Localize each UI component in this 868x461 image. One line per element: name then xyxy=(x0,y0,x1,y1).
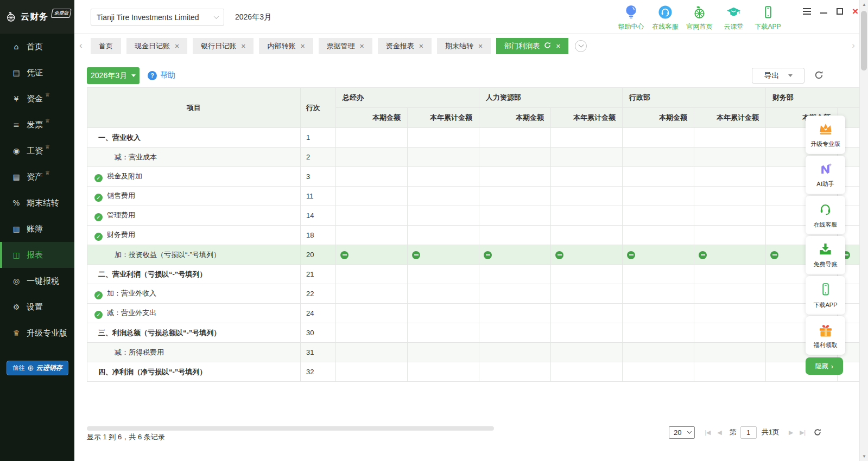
tabs-scroll-right-icon[interactable]: › xyxy=(852,40,855,51)
table-row[interactable]: ✓管理费用14 xyxy=(87,206,860,226)
amount-cell xyxy=(551,187,623,206)
table-row[interactable]: 四、净利润（净亏损以“-”号填列）32 xyxy=(87,362,860,382)
close-tab-icon[interactable]: × xyxy=(556,42,560,50)
tab-2[interactable]: 现金日记账× xyxy=(126,38,187,54)
table-row[interactable]: ✓加：营业外收入22 xyxy=(87,284,860,304)
collapse-minus-icon[interactable] xyxy=(340,251,349,259)
tab-5[interactable]: 票据管理× xyxy=(319,38,372,54)
close-tab-icon[interactable]: × xyxy=(419,42,423,50)
sidebar-item-reports[interactable]: ◫报表 xyxy=(0,242,74,268)
tab-6[interactable]: 资金报表× xyxy=(378,38,432,54)
page-size-select[interactable]: 20 xyxy=(669,426,695,439)
promo-yunjinxiaocun-button[interactable]: 前往 云进销存 xyxy=(7,361,68,375)
scroll-up-icon[interactable]: ▲ xyxy=(860,2,868,7)
close-tab-icon[interactable]: × xyxy=(175,42,179,50)
collapse-minus-icon[interactable] xyxy=(484,251,492,259)
check-circle-icon[interactable]: ✓ xyxy=(94,311,103,319)
collapse-minus-icon[interactable] xyxy=(555,251,563,259)
upgrade-crown-icon: ♛ xyxy=(11,329,21,337)
table-row[interactable]: 三、利润总额（亏损总额以“-”号填列）30 xyxy=(87,323,860,343)
tab-4[interactable]: 内部转账× xyxy=(259,38,313,54)
quick-link-4[interactable]: 云课堂 xyxy=(717,3,751,31)
tab-7[interactable]: 期末结转× xyxy=(437,38,491,54)
close-tab-icon[interactable]: × xyxy=(300,42,305,50)
refresh-report-icon[interactable] xyxy=(814,71,823,82)
scroll-down-icon[interactable]: ▼ xyxy=(860,454,868,459)
tab-overflow-button[interactable] xyxy=(575,40,587,52)
sidebar-item-ledger[interactable]: ▥账簿 xyxy=(0,216,74,242)
sidebar-item-voucher[interactable]: ▤凭证 xyxy=(0,60,74,86)
vertical-scrollbar[interactable]: ▲ ▼ xyxy=(859,0,868,461)
amount-cell xyxy=(551,362,623,382)
tab-8[interactable]: 部门利润表× xyxy=(496,38,568,54)
quick-link-1[interactable]: 帮助中心 xyxy=(614,3,648,31)
amount-cell xyxy=(623,206,694,226)
last-page-icon[interactable]: ▶| xyxy=(800,429,805,436)
period-select-button[interactable]: 2026年3月 xyxy=(87,67,140,84)
menu-icon[interactable] xyxy=(803,7,811,16)
amount-cell xyxy=(551,304,623,323)
side-panel-item-2[interactable]: AI助手 xyxy=(806,156,845,194)
tabs-scroll-left-icon[interactable]: ‹ xyxy=(79,40,83,51)
quick-link-3[interactable]: 官网首页 xyxy=(682,3,717,31)
table-row[interactable]: ✓财务费用18 xyxy=(87,226,860,245)
check-circle-icon[interactable]: ✓ xyxy=(94,213,103,221)
sidebar-item-assets[interactable]: ▦资产♕ xyxy=(0,164,74,190)
collapse-minus-icon[interactable] xyxy=(699,251,707,259)
sidebar-item-upgrade[interactable]: ♛升级专业版 xyxy=(0,320,74,346)
close-tab-icon[interactable]: × xyxy=(478,42,483,50)
sidebar-item-home[interactable]: ⌂首页 xyxy=(0,34,74,60)
check-circle-icon[interactable]: ✓ xyxy=(94,291,103,299)
maximize-icon[interactable] xyxy=(837,7,843,16)
refresh-tab-icon[interactable] xyxy=(540,42,551,50)
table-row[interactable]: 减：营业成本2 xyxy=(87,148,860,167)
collapse-minus-icon[interactable] xyxy=(627,251,635,259)
table-row[interactable]: 一、营业收入1 xyxy=(87,128,860,148)
side-panel-item-3[interactable]: 在线客服 xyxy=(806,196,845,234)
first-page-icon[interactable]: |◀ xyxy=(705,429,710,436)
prev-page-icon[interactable]: ◀ xyxy=(717,429,721,436)
table-row[interactable]: ✓税金及附加3 xyxy=(87,167,860,187)
tab-1[interactable]: 首页 xyxy=(91,38,121,54)
refresh-page-icon[interactable] xyxy=(814,428,821,436)
check-circle-icon[interactable]: ✓ xyxy=(94,233,103,241)
check-circle-icon[interactable]: ✓ xyxy=(94,174,103,182)
table-row[interactable]: 二、营业利润（亏损以“-”号填列）21 xyxy=(87,265,860,284)
table-row[interactable]: 减：所得税费用31 xyxy=(87,343,860,362)
side-panel-item-6[interactable]: 福利领取 xyxy=(806,316,845,355)
sidebar-item-funds[interactable]: ¥资金♕ xyxy=(0,86,74,112)
sidebar-item-payroll[interactable]: ◉工资♕ xyxy=(0,138,74,164)
horizontal-scrollbar[interactable] xyxy=(87,426,494,431)
close-tab-icon[interactable]: × xyxy=(360,42,364,50)
help-link[interactable]: ? 帮助 xyxy=(148,71,175,80)
hide-panel-button[interactable]: 隐藏 › xyxy=(806,357,843,375)
company-selector[interactable]: Tianji Tire Investments Limited xyxy=(91,9,224,25)
export-button[interactable]: 导出 xyxy=(752,68,804,84)
sidebar-item-carryover[interactable]: %期末结转 xyxy=(0,190,74,216)
sidebar-item-tax[interactable]: ◎一键报税 xyxy=(0,268,74,294)
side-panel-item-5[interactable]: 下载APP xyxy=(806,276,845,315)
page-number-input[interactable] xyxy=(740,426,757,439)
scrollbar-thumb[interactable] xyxy=(861,11,867,71)
collapse-minus-icon[interactable] xyxy=(770,251,778,259)
line-cell: 20 xyxy=(301,245,336,265)
minimize-icon[interactable] xyxy=(820,7,827,16)
table-row[interactable]: ✓减：营业外支出24 xyxy=(87,304,860,323)
sidebar-item-invoice[interactable]: ≡发票♕ xyxy=(0,112,74,138)
topbar: Tianji Tire Investments Limited 2026年3月 … xyxy=(74,0,859,34)
check-circle-icon[interactable]: ✓ xyxy=(94,194,103,202)
tab-3[interactable]: 银行日记账× xyxy=(193,38,254,54)
tab-label: 期末结转 xyxy=(445,41,473,51)
close-icon[interactable]: × xyxy=(852,7,858,16)
side-panel-item-4[interactable]: 免费导账 xyxy=(806,236,845,274)
sidebar-item-settings[interactable]: ⚙设置 xyxy=(0,294,74,320)
quick-link-5[interactable]: 下载APP xyxy=(751,3,785,31)
collapse-minus-icon[interactable] xyxy=(412,251,420,259)
side-panel-item-1[interactable]: 升级专业版 xyxy=(806,116,845,154)
next-page-icon[interactable]: ▶ xyxy=(789,429,793,436)
close-tab-icon[interactable]: × xyxy=(241,42,245,50)
quick-link-2[interactable]: 在线客服 xyxy=(648,3,682,31)
table-row[interactable]: ✓销售费用11 xyxy=(87,187,860,206)
table-row[interactable]: 加：投资收益（亏损以“-”号填列）20 xyxy=(87,245,860,265)
help-label: 帮助 xyxy=(160,71,175,80)
